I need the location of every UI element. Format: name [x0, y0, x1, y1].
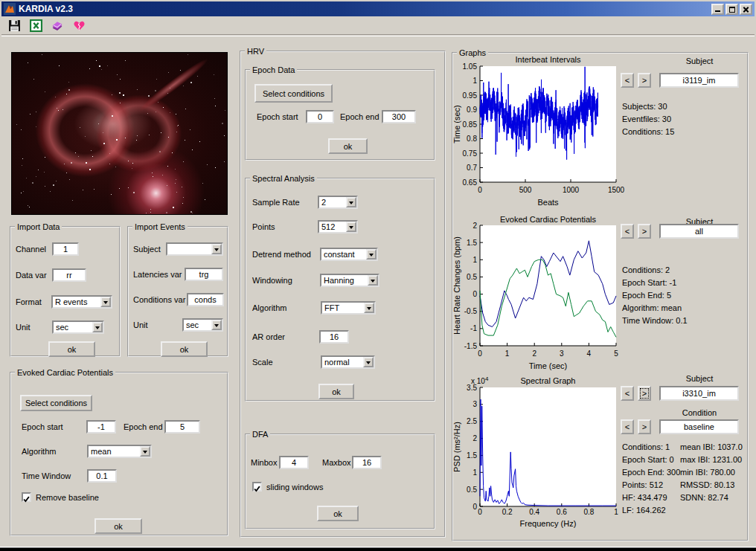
import-data-ok-button[interactable]: ok — [48, 341, 95, 357]
conditions-var-label: Conditions var — [133, 295, 185, 304]
points-label: Points — [252, 222, 275, 231]
svg-text:-0.5: -0.5 — [464, 307, 478, 315]
spectral-next-condition-button[interactable]: > — [638, 419, 651, 434]
svg-text:1500: 1500 — [608, 186, 625, 194]
dfa-ok-button[interactable]: ok — [317, 506, 359, 521]
close-button[interactable] — [740, 4, 752, 15]
svg-text:3: 3 — [560, 349, 564, 358]
conditions-var-field[interactable] — [187, 293, 224, 306]
dropdown-arrow-icon — [346, 222, 356, 232]
svg-text:-1: -1 — [470, 324, 477, 332]
ibi-next-subject-button[interactable]: > — [638, 73, 651, 88]
points-dropdown[interactable]: 512 — [318, 220, 358, 233]
dfa-panel: DFA Minbox Maxbox sliding windows ok — [245, 430, 435, 529]
export-excel-button[interactable] — [28, 18, 43, 33]
minbox-field[interactable] — [279, 456, 309, 469]
svg-text:0: 0 — [478, 349, 482, 358]
events-unit-dropdown[interactable]: sec — [182, 318, 223, 332]
excel-icon — [30, 19, 42, 32]
svg-text:3: 3 — [472, 400, 477, 408]
ibi-subject-field[interactable]: i3119_im — [659, 73, 739, 88]
spectral-subject-field[interactable]: i3310_im — [659, 386, 739, 401]
ecp-subject-field[interactable]: all — [659, 224, 739, 239]
sliding-windows-checkbox[interactable] — [252, 482, 262, 492]
spectral-graph-chart: 00.20.40.60.8100.511.522.533.5Spectral G… — [452, 375, 631, 540]
scale-dropdown[interactable]: normal — [321, 355, 375, 369]
heart-nebula-image — [11, 52, 228, 215]
subject-dropdown[interactable] — [166, 242, 223, 256]
import-data-panel: Import Data Channel Data var Format R ev… — [10, 222, 121, 357]
sample-rate-dropdown[interactable]: 2 — [318, 196, 358, 209]
svg-text:0.9: 0.9 — [467, 106, 477, 114]
epoch-start-label: Epoch start — [257, 112, 298, 121]
channel-field[interactable] — [52, 242, 79, 256]
epoch-data-select-conditions-button[interactable]: Select conditions — [254, 84, 333, 103]
window-title: KARDIA v2.3 — [19, 4, 710, 14]
svg-text:Heart Rate Changes (bpm): Heart Rate Changes (bpm) — [452, 236, 461, 335]
svg-text:5: 5 — [614, 349, 618, 358]
svg-text:0.75: 0.75 — [463, 149, 478, 158]
detrend-method-dropdown[interactable]: constant — [320, 248, 378, 261]
svg-text:0: 0 — [478, 508, 482, 516]
spectral-prev-subject-button[interactable]: < — [621, 386, 634, 401]
svg-text:Time (sec): Time (sec) — [452, 105, 461, 144]
ecp-ok-button[interactable]: ok — [94, 518, 142, 534]
ecp-epoch-start-field[interactable] — [86, 420, 116, 434]
svg-text:1000: 1000 — [563, 186, 580, 194]
sa-algorithm-dropdown[interactable]: FFT — [321, 301, 376, 315]
import-events-ok-button[interactable]: ok — [161, 341, 208, 357]
spectral-condition-field[interactable]: baseline — [659, 419, 739, 434]
epoch-end-field[interactable] — [382, 110, 416, 123]
data-unit-dropdown[interactable]: sec — [52, 320, 104, 334]
ar-order-field[interactable] — [319, 330, 349, 344]
svg-text:x 104: x 104 — [471, 376, 489, 385]
kardia-window: KARDIA v2.3 — [0, 0, 756, 551]
star-field — [12, 53, 227, 214]
remove-baseline-checkbox[interactable] — [22, 492, 31, 502]
latencies-var-field[interactable] — [185, 268, 223, 281]
spectral-condition-label: Condition — [660, 408, 739, 417]
floppy-disk-icon — [8, 19, 21, 32]
dropdown-arrow-icon — [364, 303, 374, 313]
spectral-stats-right: mean IBI: 1037.0 max IBI: 1231.00 min IB… — [680, 441, 743, 504]
manual-button[interactable] — [50, 18, 65, 33]
toolbar — [1, 16, 755, 35]
maxbox-field[interactable] — [352, 456, 382, 469]
epoch-data-ok-button[interactable]: ok — [328, 138, 368, 154]
time-window-field[interactable] — [87, 469, 117, 483]
spectral-next-subject-button[interactable]: > — [638, 386, 651, 401]
spectral-prev-condition-button[interactable]: < — [621, 419, 634, 434]
spectral-analysis-ok-button[interactable]: ok — [318, 384, 354, 399]
svg-text:1: 1 — [505, 349, 510, 358]
windowing-dropdown[interactable]: Hanning — [320, 274, 379, 287]
spectral-analysis-panel: Spectral Analysis Sample Rate 2 Points 5… — [245, 174, 435, 402]
broken-heart-icon — [73, 19, 86, 32]
ecp-algorithm-label: Algorithm — [22, 447, 56, 456]
ecp-next-subject-button[interactable]: > — [638, 224, 651, 239]
dropdown-arrow-icon — [366, 249, 377, 260]
ecp-algorithm-dropdown[interactable]: mean — [87, 445, 152, 458]
svg-text:0.7: 0.7 — [467, 164, 477, 172]
format-dropdown[interactable]: R events — [51, 295, 112, 309]
evoked-panel-title: Evoked Cardiac Potentials — [15, 368, 115, 377]
svg-text:1: 1 — [614, 508, 618, 516]
svg-text:1.05: 1.05 — [463, 62, 478, 71]
svg-text:0: 0 — [478, 186, 482, 194]
save-button[interactable] — [7, 18, 22, 33]
ar-order-label: AR order — [252, 332, 285, 341]
spectral-stats-left: Conditions: 1 Epoch Start: 0 Epoch End: … — [622, 441, 680, 517]
data-var-field[interactable] — [52, 268, 86, 282]
channel-label: Channel — [16, 245, 46, 254]
svg-text:2: 2 — [472, 434, 477, 442]
about-kardia-button[interactable] — [71, 18, 86, 33]
ibi-prev-subject-button[interactable]: < — [621, 73, 634, 88]
maximize-button[interactable] — [725, 4, 738, 15]
matlab-icon — [4, 3, 16, 15]
ecp-epoch-end-field[interactable] — [164, 420, 200, 434]
maxbox-label: Maxbox — [322, 458, 351, 467]
minimize-button[interactable] — [711, 4, 724, 15]
ecp-prev-subject-button[interactable]: < — [621, 224, 634, 239]
epoch-start-field[interactable] — [306, 110, 334, 123]
ecp-select-conditions-button[interactable]: Select conditions — [20, 395, 92, 411]
svg-text:Beats: Beats — [537, 198, 559, 207]
